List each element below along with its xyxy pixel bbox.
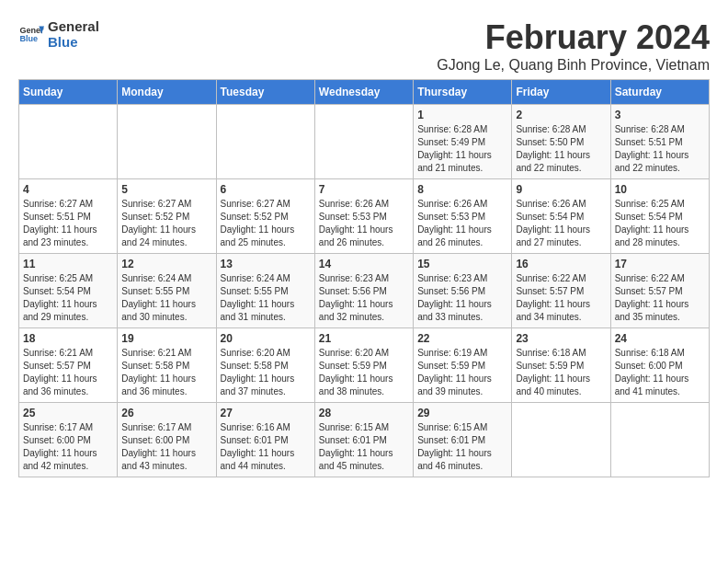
- calendar-day-cell: 25Sunrise: 6:17 AM Sunset: 6:00 PM Dayli…: [19, 403, 118, 477]
- calendar-day-cell: 2Sunrise: 6:28 AM Sunset: 5:50 PM Daylig…: [512, 105, 610, 179]
- page-header: General Blue General Blue February 2024 …: [18, 18, 710, 74]
- calendar-day-cell: [610, 403, 709, 477]
- day-detail: Sunrise: 6:26 AM Sunset: 5:53 PM Dayligh…: [319, 198, 409, 249]
- day-detail: Sunrise: 6:15 AM Sunset: 6:01 PM Dayligh…: [417, 421, 507, 473]
- day-detail: Sunrise: 6:22 AM Sunset: 5:57 PM Dayligh…: [615, 272, 705, 324]
- day-number: 20: [221, 332, 311, 345]
- logo-general: General: [48, 18, 99, 34]
- day-number: 19: [121, 332, 211, 345]
- day-number: 18: [23, 332, 113, 345]
- calendar-day-cell: 12Sunrise: 6:24 AM Sunset: 5:55 PM Dayli…: [118, 254, 216, 328]
- calendar-day-cell: 29Sunrise: 6:15 AM Sunset: 6:01 PM Dayli…: [414, 403, 512, 477]
- calendar-day-cell: 22Sunrise: 6:19 AM Sunset: 5:59 PM Dayli…: [414, 328, 512, 403]
- day-detail: Sunrise: 6:21 AM Sunset: 5:58 PM Dayligh…: [121, 347, 211, 398]
- day-detail: Sunrise: 6:27 AM Sunset: 5:52 PM Dayligh…: [121, 198, 211, 249]
- calendar-day-cell: 11Sunrise: 6:25 AM Sunset: 5:54 PM Dayli…: [19, 254, 118, 328]
- calendar-day-cell: 9Sunrise: 6:26 AM Sunset: 5:54 PM Daylig…: [512, 179, 610, 254]
- day-number: 17: [615, 258, 705, 270]
- day-number: 7: [319, 183, 409, 196]
- calendar-day-cell: 20Sunrise: 6:20 AM Sunset: 5:58 PM Dayli…: [216, 328, 314, 403]
- weekday-header: Saturday: [610, 80, 709, 105]
- day-detail: Sunrise: 6:22 AM Sunset: 5:57 PM Dayligh…: [516, 272, 606, 324]
- calendar-week-row: 1Sunrise: 6:28 AM Sunset: 5:49 PM Daylig…: [19, 105, 710, 179]
- day-number: 5: [121, 183, 211, 196]
- calendar-day-cell: 13Sunrise: 6:24 AM Sunset: 5:55 PM Dayli…: [216, 254, 314, 328]
- calendar-day-cell: [512, 403, 610, 477]
- calendar-day-cell: 8Sunrise: 6:26 AM Sunset: 5:53 PM Daylig…: [414, 179, 512, 254]
- day-detail: Sunrise: 6:15 AM Sunset: 6:01 PM Dayligh…: [319, 421, 409, 473]
- weekday-header: Thursday: [414, 80, 512, 105]
- day-detail: Sunrise: 6:27 AM Sunset: 5:51 PM Dayligh…: [23, 198, 113, 249]
- calendar-day-cell: 19Sunrise: 6:21 AM Sunset: 5:58 PM Dayli…: [118, 328, 216, 403]
- calendar-day-cell: 27Sunrise: 6:16 AM Sunset: 6:01 PM Dayli…: [216, 403, 314, 477]
- calendar-day-cell: [118, 105, 216, 179]
- day-number: 15: [417, 258, 507, 270]
- calendar-day-cell: 3Sunrise: 6:28 AM Sunset: 5:51 PM Daylig…: [610, 105, 709, 179]
- calendar-week-row: 18Sunrise: 6:21 AM Sunset: 5:57 PM Dayli…: [19, 328, 710, 403]
- weekday-header: Tuesday: [216, 80, 314, 105]
- weekday-header-row: SundayMondayTuesdayWednesdayThursdayFrid…: [19, 80, 710, 105]
- day-detail: Sunrise: 6:23 AM Sunset: 5:56 PM Dayligh…: [417, 272, 507, 324]
- day-number: 27: [221, 407, 311, 419]
- calendar-week-row: 11Sunrise: 6:25 AM Sunset: 5:54 PM Dayli…: [19, 254, 710, 328]
- day-number: 11: [23, 258, 113, 270]
- day-number: 3: [615, 109, 705, 121]
- day-detail: Sunrise: 6:17 AM Sunset: 6:00 PM Dayligh…: [121, 421, 211, 473]
- calendar-day-cell: 5Sunrise: 6:27 AM Sunset: 5:52 PM Daylig…: [118, 179, 216, 254]
- day-number: 12: [121, 258, 211, 270]
- day-number: 29: [417, 407, 507, 419]
- calendar-day-cell: 26Sunrise: 6:17 AM Sunset: 6:00 PM Dayli…: [118, 403, 216, 477]
- calendar-week-row: 25Sunrise: 6:17 AM Sunset: 6:00 PM Dayli…: [19, 403, 710, 477]
- day-number: 4: [23, 183, 113, 196]
- calendar-day-cell: 21Sunrise: 6:20 AM Sunset: 5:59 PM Dayli…: [314, 328, 413, 403]
- calendar-day-cell: 23Sunrise: 6:18 AM Sunset: 5:59 PM Dayli…: [512, 328, 610, 403]
- logo-blue: Blue: [48, 34, 78, 50]
- day-detail: Sunrise: 6:25 AM Sunset: 5:54 PM Dayligh…: [615, 198, 705, 249]
- calendar-day-cell: 17Sunrise: 6:22 AM Sunset: 5:57 PM Dayli…: [610, 254, 709, 328]
- title-area: February 2024 GJong Le, Quang Binh Provi…: [437, 18, 710, 74]
- logo-icon: General Blue: [18, 21, 44, 47]
- calendar-day-cell: 10Sunrise: 6:25 AM Sunset: 5:54 PM Dayli…: [610, 179, 709, 254]
- calendar-week-row: 4Sunrise: 6:27 AM Sunset: 5:51 PM Daylig…: [19, 179, 710, 254]
- weekday-header: Wednesday: [314, 80, 413, 105]
- calendar-day-cell: 1Sunrise: 6:28 AM Sunset: 5:49 PM Daylig…: [414, 105, 512, 179]
- day-detail: Sunrise: 6:26 AM Sunset: 5:53 PM Dayligh…: [417, 198, 507, 249]
- day-detail: Sunrise: 6:28 AM Sunset: 5:49 PM Dayligh…: [417, 123, 507, 175]
- calendar-day-cell: 7Sunrise: 6:26 AM Sunset: 5:53 PM Daylig…: [314, 179, 413, 254]
- day-detail: Sunrise: 6:24 AM Sunset: 5:55 PM Dayligh…: [121, 272, 211, 324]
- weekday-header: Friday: [512, 80, 610, 105]
- day-detail: Sunrise: 6:17 AM Sunset: 6:00 PM Dayligh…: [23, 421, 113, 473]
- calendar-day-cell: 15Sunrise: 6:23 AM Sunset: 5:56 PM Dayli…: [414, 254, 512, 328]
- day-number: 16: [516, 258, 606, 270]
- calendar-day-cell: 24Sunrise: 6:18 AM Sunset: 6:00 PM Dayli…: [610, 328, 709, 403]
- calendar-day-cell: 4Sunrise: 6:27 AM Sunset: 5:51 PM Daylig…: [19, 179, 118, 254]
- logo: General Blue General Blue: [18, 18, 99, 50]
- calendar-day-cell: [19, 105, 118, 179]
- day-detail: Sunrise: 6:21 AM Sunset: 5:57 PM Dayligh…: [23, 347, 113, 398]
- day-number: 26: [121, 407, 211, 419]
- day-detail: Sunrise: 6:19 AM Sunset: 5:59 PM Dayligh…: [417, 347, 507, 398]
- day-detail: Sunrise: 6:28 AM Sunset: 5:51 PM Dayligh…: [615, 123, 705, 175]
- location-subtitle: GJong Le, Quang Binh Province, Vietnam: [437, 57, 710, 74]
- day-detail: Sunrise: 6:27 AM Sunset: 5:52 PM Dayligh…: [221, 198, 311, 249]
- day-detail: Sunrise: 6:18 AM Sunset: 5:59 PM Dayligh…: [516, 347, 606, 398]
- day-number: 2: [516, 109, 606, 121]
- day-detail: Sunrise: 6:16 AM Sunset: 6:01 PM Dayligh…: [221, 421, 311, 473]
- day-number: 14: [319, 258, 409, 270]
- day-number: 22: [417, 332, 507, 345]
- calendar-day-cell: 16Sunrise: 6:22 AM Sunset: 5:57 PM Dayli…: [512, 254, 610, 328]
- day-number: 23: [516, 332, 606, 345]
- day-number: 28: [319, 407, 409, 419]
- day-detail: Sunrise: 6:24 AM Sunset: 5:55 PM Dayligh…: [221, 272, 311, 324]
- calendar-day-cell: 28Sunrise: 6:15 AM Sunset: 6:01 PM Dayli…: [314, 403, 413, 477]
- weekday-header: Monday: [118, 80, 216, 105]
- calendar-table: SundayMondayTuesdayWednesdayThursdayFrid…: [18, 79, 710, 477]
- day-number: 9: [516, 183, 606, 196]
- calendar-day-cell: [314, 105, 413, 179]
- day-number: 21: [319, 332, 409, 345]
- calendar-day-cell: 14Sunrise: 6:23 AM Sunset: 5:56 PM Dayli…: [314, 254, 413, 328]
- day-number: 6: [221, 183, 311, 196]
- day-detail: Sunrise: 6:18 AM Sunset: 6:00 PM Dayligh…: [615, 347, 705, 398]
- day-detail: Sunrise: 6:20 AM Sunset: 5:58 PM Dayligh…: [221, 347, 311, 398]
- day-number: 24: [615, 332, 705, 345]
